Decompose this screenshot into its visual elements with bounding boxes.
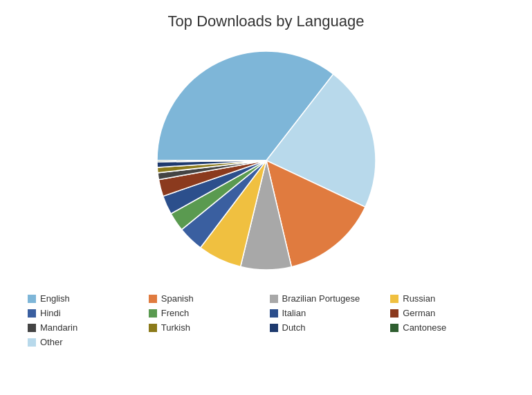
legend-color-russian bbox=[390, 295, 398, 303]
legend-item-russian: Russian bbox=[390, 293, 504, 304]
legend-label: Brazilian Portugese bbox=[282, 293, 360, 304]
legend-label: Spanish bbox=[161, 293, 194, 304]
legend-item-brazilian-portugese: Brazilian Portugese bbox=[270, 293, 384, 304]
legend-label: Mandarin bbox=[40, 322, 77, 333]
legend-label: Hindi bbox=[40, 308, 61, 318]
legend-item-italian: Italian bbox=[270, 308, 384, 318]
legend-color-brazilian-portugese bbox=[270, 295, 278, 303]
legend-item-french: French bbox=[149, 308, 263, 318]
legend-label: Other bbox=[40, 337, 63, 347]
legend-color-hindi bbox=[28, 309, 36, 318]
legend-label: French bbox=[161, 308, 189, 318]
legend-label: Russian bbox=[403, 293, 435, 304]
pie-chart-svg bbox=[114, 37, 419, 286]
legend-label: Dutch bbox=[282, 322, 306, 333]
legend-color-cantonese bbox=[390, 324, 398, 332]
legend-item-mandarin: Mandarin bbox=[28, 322, 142, 333]
legend-color-mandarin bbox=[28, 324, 36, 332]
legend-label: Cantonese bbox=[403, 322, 446, 333]
legend-label: Italian bbox=[282, 308, 306, 318]
legend-color-italian bbox=[270, 309, 278, 318]
legend-item-spanish: Spanish bbox=[149, 293, 263, 304]
chart-area bbox=[0, 37, 532, 286]
legend: EnglishSpanishBrazilian PortugeseRussian… bbox=[0, 286, 532, 354]
legend-label: English bbox=[40, 293, 70, 304]
legend-color-dutch bbox=[270, 324, 278, 332]
legend-item-german: German bbox=[390, 308, 504, 318]
legend-item-english: English bbox=[28, 293, 142, 304]
legend-label: Turkish bbox=[161, 322, 190, 333]
legend-item-turkish: Turkish bbox=[149, 322, 263, 333]
legend-item-other: Other bbox=[28, 337, 142, 347]
legend-color-turkish bbox=[149, 324, 157, 332]
legend-item-cantonese: Cantonese bbox=[390, 322, 504, 333]
legend-color-french bbox=[149, 309, 157, 318]
legend-color-english bbox=[28, 295, 36, 303]
legend-color-other bbox=[28, 338, 36, 347]
legend-color-spanish bbox=[149, 295, 157, 303]
chart-title: Top Downloads by Language bbox=[168, 12, 365, 30]
legend-color-german bbox=[390, 309, 398, 318]
chart-container: Top Downloads by Language EnglishSpanish… bbox=[0, 0, 532, 395]
legend-item-dutch: Dutch bbox=[270, 322, 384, 333]
legend-item-hindi: Hindi bbox=[28, 308, 142, 318]
legend-label: German bbox=[403, 308, 435, 318]
